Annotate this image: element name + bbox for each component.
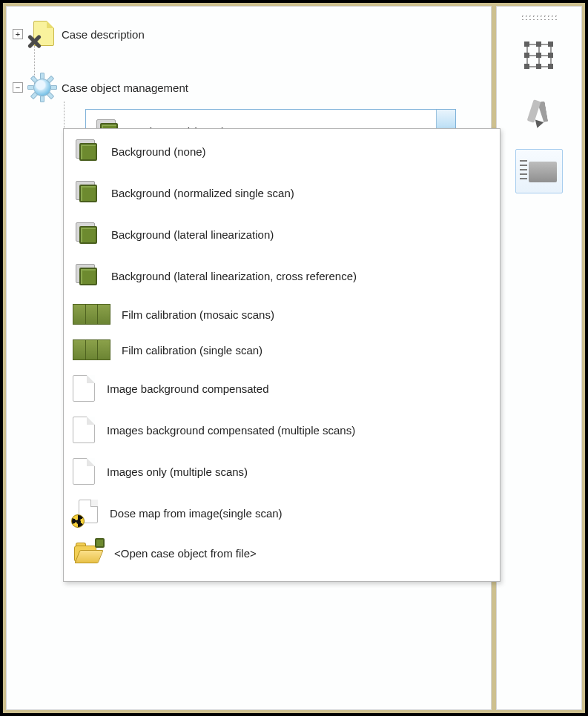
toolbar-grip-icon [521,14,558,20]
dropdown-item-label: <Open case object from file> [114,547,257,560]
tree-node-case-description[interactable]: + Case description [29,17,491,51]
app-frame: + Case description − [3,3,585,713]
tree-node-label: Case description [62,28,145,41]
dropdown-item-label: Background (lateral linearization, cross… [111,270,357,282]
pen-icon [524,97,554,130]
case-object-dropdown-list: Background (none)Background (normalized … [63,128,501,582]
background-layer-icon [73,262,99,289]
dropdown-item-label: Background (none) [111,145,206,158]
page-icon [73,375,95,402]
background-layer-icon [73,221,99,248]
dropdown-item-label: Images only (multiple scans) [107,465,248,478]
dropdown-item[interactable]: Image background compensated [64,368,500,409]
dropdown-item[interactable]: Film calibration (single scan) [64,332,500,368]
filmstrip-icon [73,304,110,325]
tool-ruler-filmstrip[interactable] [515,149,563,193]
ruler-filmstrip-icon [520,157,558,185]
dropdown-item[interactable]: Background (lateral linearization, cross… [64,255,500,296]
dropdown-item-label: Dose map from image(single scan) [110,507,283,520]
side-toolbar [496,6,582,710]
dropdown-item[interactable]: Background (none) [64,130,500,172]
tool-transform-grid[interactable] [515,33,563,78]
dropdown-item-label: Images background compensated (multiple … [107,424,355,437]
tree-node-label: Case object management [62,82,188,94]
background-layer-icon [73,179,99,206]
dropdown-item[interactable]: Background (lateral linearization) [64,213,500,255]
background-layer-icon [73,138,99,165]
note-delete-icon [29,21,54,47]
tool-draw-pen[interactable] [515,91,563,136]
open-folder-icon [73,541,102,565]
dropdown-item[interactable]: <Open case object from file> [64,534,500,572]
transform-grid-icon [524,42,554,70]
tree-node-case-object-management[interactable]: − Case object management [29,70,491,105]
expand-icon[interactable]: + [13,29,23,39]
dropdown-item-label: Background (normalized single scan) [111,187,294,199]
dropdown-item[interactable]: Images only (multiple scans) [64,451,500,492]
dropdown-item-label: Background (lateral linearization) [111,228,274,241]
dropdown-item[interactable]: Images background compensated (multiple … [64,409,500,451]
gear-icon [29,75,54,100]
filmstrip-icon [73,339,110,360]
dropdown-item-label: Image background compensated [107,382,268,395]
dropdown-item[interactable]: Dose map from image(single scan) [64,492,500,534]
page-icon [73,417,95,443]
tree-panel: + Case description − [6,6,492,710]
dropdown-item[interactable]: Background (normalized single scan) [64,172,500,213]
radiation-page-icon [73,500,98,526]
dropdown-item[interactable]: Film calibration (mosaic scans) [64,296,500,332]
collapse-icon[interactable]: − [13,82,23,93]
page-icon [73,458,95,485]
dropdown-item-label: Film calibration (single scan) [122,344,262,357]
dropdown-item-label: Film calibration (mosaic scans) [122,308,274,321]
